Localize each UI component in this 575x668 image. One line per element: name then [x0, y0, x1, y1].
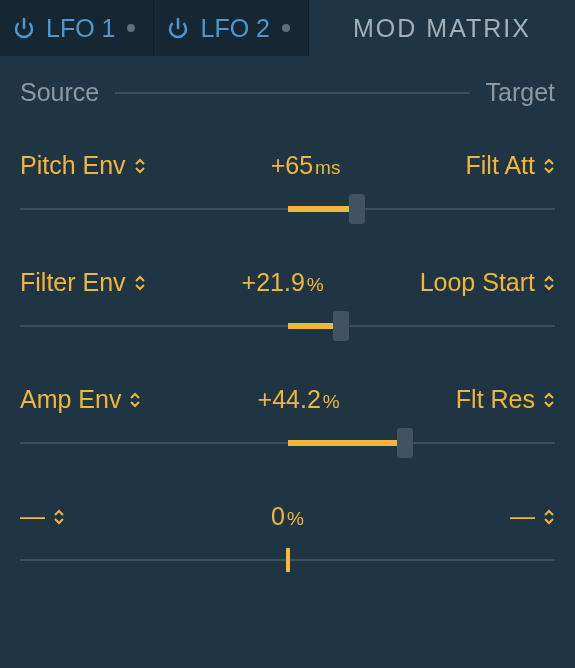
power-icon — [12, 16, 36, 40]
source-select[interactable]: Filter Env — [20, 268, 146, 297]
target-select-label: Loop Start — [420, 268, 535, 297]
mod-slot-top: — 0% — — [20, 502, 555, 531]
stepper-icon — [543, 158, 555, 174]
amount-unit: % — [307, 274, 324, 295]
stepper-icon — [543, 509, 555, 525]
slider-thumb[interactable] — [397, 428, 413, 458]
slider-thumb[interactable] — [333, 311, 349, 341]
activity-dot-icon — [282, 24, 290, 32]
mod-slot: Pitch Env +65ms Filt Att — [20, 151, 555, 224]
tab-lfo2-label: LFO 2 — [200, 14, 269, 43]
amount-readout[interactable]: +65ms — [146, 151, 466, 180]
source-select-label: Pitch Env — [20, 151, 126, 180]
power-icon — [166, 16, 190, 40]
source-select-label: Filter Env — [20, 268, 126, 297]
slider-center-tick — [286, 548, 290, 572]
source-select[interactable]: Amp Env — [20, 385, 141, 414]
source-select-label: — — [20, 502, 45, 531]
slider-fill — [288, 206, 358, 212]
amount-slider[interactable] — [20, 311, 555, 341]
target-select[interactable]: — — [510, 502, 555, 531]
source-select[interactable]: — — [20, 502, 65, 531]
mod-slot: Amp Env +44.2% Flt Res — [20, 385, 555, 458]
stepper-icon — [543, 275, 555, 291]
amount-value: +65 — [271, 151, 313, 179]
slider-thumb[interactable] — [349, 194, 365, 224]
target-select-label: — — [510, 502, 535, 531]
column-header-row: Source Target — [0, 56, 575, 107]
target-select-label: Filt Att — [466, 151, 535, 180]
amount-value: 0 — [271, 502, 285, 530]
target-select[interactable]: Loop Start — [420, 268, 555, 297]
mod-slot-top: Amp Env +44.2% Flt Res — [20, 385, 555, 414]
amount-value: +44.2 — [258, 385, 321, 413]
tab-mod-matrix[interactable]: MOD MATRIX — [309, 0, 575, 56]
amount-slider[interactable] — [20, 545, 555, 575]
amount-slider[interactable] — [20, 194, 555, 224]
amount-readout[interactable]: 0% — [65, 502, 510, 531]
target-column-header: Target — [486, 78, 555, 107]
target-select[interactable]: Filt Att — [466, 151, 555, 180]
stepper-icon — [129, 392, 141, 408]
mod-slot-top: Pitch Env +65ms Filt Att — [20, 151, 555, 180]
stepper-icon — [543, 392, 555, 408]
activity-dot-icon — [127, 24, 135, 32]
slider-fill — [288, 440, 406, 446]
stepper-icon — [134, 158, 146, 174]
mod-slot: — 0% — — [20, 502, 555, 575]
tab-mod-matrix-label: MOD MATRIX — [353, 14, 531, 43]
source-select[interactable]: Pitch Env — [20, 151, 146, 180]
amount-unit: % — [323, 391, 340, 412]
target-select[interactable]: Flt Res — [456, 385, 555, 414]
tab-lfo1[interactable]: LFO 1 — [0, 0, 154, 56]
amount-unit: % — [287, 508, 304, 529]
stepper-icon — [134, 275, 146, 291]
source-select-label: Amp Env — [20, 385, 121, 414]
stepper-icon — [53, 509, 65, 525]
amount-value: +21.9 — [242, 268, 305, 296]
tab-lfo1-label: LFO 1 — [46, 14, 115, 43]
mod-slot-top: Filter Env +21.9% Loop Start — [20, 268, 555, 297]
mod-slot: Filter Env +21.9% Loop Start — [20, 268, 555, 341]
target-select-label: Flt Res — [456, 385, 535, 414]
amount-unit: ms — [315, 157, 340, 178]
amount-readout[interactable]: +44.2% — [141, 385, 455, 414]
tab-bar: LFO 1 LFO 2 MOD MATRIX — [0, 0, 575, 56]
tab-lfo2[interactable]: LFO 2 — [154, 0, 308, 56]
source-column-header: Source — [20, 78, 99, 107]
amount-slider[interactable] — [20, 428, 555, 458]
header-divider-line — [115, 92, 469, 94]
amount-readout[interactable]: +21.9% — [146, 268, 420, 297]
mod-slots: Pitch Env +65ms Filt Att — [0, 151, 575, 575]
